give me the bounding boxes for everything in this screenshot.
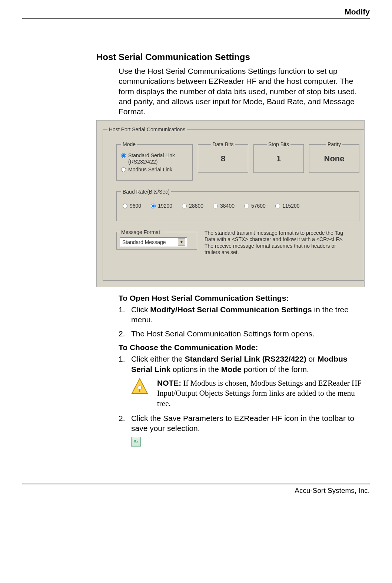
text: Click either the — [131, 355, 185, 363]
step-number: 2. — [119, 413, 131, 434]
step-number: 1. — [119, 304, 131, 325]
chevron-down-icon: ▼ — [178, 238, 185, 246]
open-heading: To Open Host Serial Communication Settin… — [119, 293, 370, 303]
text: options in the — [170, 365, 221, 373]
settings-panel: Host Port Serial Communications Mode Sta… — [96, 120, 365, 287]
parity-group: Parity None — [309, 141, 359, 173]
msgformat-group: Message Format Standard Message ▼ — [116, 229, 197, 250]
baud-label-28800: 28800 — [189, 203, 203, 209]
baud-option-9600[interactable]: 9600 — [123, 203, 141, 209]
databits-group: Data Bits 8 — [198, 141, 248, 173]
baud-label-38400: 38400 — [220, 203, 235, 209]
baud-option-38400[interactable]: 38400 — [213, 203, 235, 209]
mode-radio-standard[interactable] — [121, 153, 126, 158]
baud-option-28800[interactable]: 28800 — [182, 203, 203, 209]
databits-value: 8 — [203, 151, 243, 167]
baud-radio-115200[interactable] — [275, 204, 280, 208]
baud-label-19200: 19200 — [158, 203, 172, 209]
baud-option-115200[interactable]: 115200 — [275, 203, 300, 209]
mode-option-modbus[interactable]: Modbus Serial Link — [121, 167, 188, 173]
baud-radio-57600[interactable] — [244, 204, 249, 208]
mode-option-standard[interactable]: Standard Serial Link (RS232/422) — [121, 152, 188, 165]
text: portion of the form. — [242, 365, 309, 373]
databits-legend: Data Bits — [211, 141, 235, 147]
text: The Host Serial Communication Settings f… — [131, 329, 370, 339]
parity-legend: Parity — [326, 141, 342, 147]
baud-group: Baud Rate(Bits/Sec) 9600 19200 28800 384… — [116, 189, 359, 221]
mode-heading: To Choose the Communication Mode: — [119, 342, 370, 352]
text-bold: Standard Serial Link (RS232/422) — [185, 355, 306, 363]
save-icon: ↻ — [131, 437, 141, 447]
mode-radio-modbus[interactable] — [121, 167, 126, 172]
baud-option-19200[interactable]: 19200 — [151, 203, 172, 209]
warning-icon — [131, 378, 148, 395]
baud-label-57600: 57600 — [251, 203, 266, 209]
step-number: 2. — [119, 329, 131, 339]
text-bold: Modify/Host Serial Communication Setting… — [150, 305, 312, 314]
page-header: Modify — [22, 7, 370, 19]
text: or — [306, 355, 318, 363]
text: Click the Save Parameters to EZReader HF… — [131, 413, 370, 434]
mode-label-modbus: Modbus Serial Link — [128, 167, 172, 173]
baud-radio-28800[interactable] — [182, 204, 187, 208]
host-port-group: Host Port Serial Communications Mode Sta… — [103, 126, 364, 280]
section-intro: Use the Host Serial Communications Setti… — [119, 66, 370, 116]
mode-label-standard: Standard Serial Link (RS232/422) — [128, 152, 188, 165]
msgformat-legend: Message Format — [120, 229, 162, 235]
baud-legend: Baud Rate(Bits/Sec) — [121, 189, 171, 195]
step-number: 1. — [119, 354, 131, 374]
stopbits-group: Stop Bits 1 — [253, 141, 304, 173]
baud-radio-19200[interactable] — [151, 204, 156, 208]
baud-radio-9600[interactable] — [123, 204, 127, 208]
svg-point-1 — [138, 386, 142, 389]
baud-radio-38400[interactable] — [213, 204, 218, 208]
footer-company: Accu-Sort Systems, Inc. — [22, 484, 370, 495]
mode-group: Mode Standard Serial Link (RS232/422) Mo… — [116, 141, 193, 180]
msgformat-select[interactable]: Standard Message ▼ — [120, 237, 187, 247]
open-step-1: 1. Click Modify/Host Serial Communicatio… — [119, 304, 370, 325]
mode-step-1: 1. Click either the Standard Serial Link… — [119, 354, 370, 374]
mode-step-2: 2. Click the Save Parameters to EZReader… — [119, 413, 370, 434]
host-port-legend: Host Port Serial Communications — [107, 126, 187, 132]
mode-legend: Mode — [121, 141, 137, 147]
instructions: To Open Host Serial Communication Settin… — [119, 293, 370, 447]
note-body: If Modbus is chosen, Modbus Settings and… — [157, 379, 362, 408]
stopbits-legend: Stop Bits — [267, 141, 290, 147]
stopbits-value: 1 — [258, 151, 299, 167]
note-label: NOTE: — [157, 379, 181, 387]
note: NOTE: If Modbus is chosen, Modbus Settin… — [131, 378, 370, 409]
section-title: Host Serial Communication Settings — [96, 52, 370, 62]
parity-value: None — [314, 151, 355, 167]
baud-label-115200: 115200 — [282, 203, 300, 209]
text-bold: Mode — [221, 365, 242, 373]
note-text: NOTE: If Modbus is chosen, Modbus Settin… — [157, 378, 370, 409]
msgformat-description: The standard transmit message format is … — [205, 229, 345, 256]
msgformat-value: Standard Message — [122, 239, 166, 245]
open-step-2: 2. The Host Serial Communication Setting… — [119, 329, 370, 339]
baud-label-9600: 9600 — [130, 203, 141, 209]
text: Click — [131, 305, 150, 314]
svg-rect-2 — [139, 389, 140, 392]
baud-option-57600[interactable]: 57600 — [244, 203, 266, 209]
